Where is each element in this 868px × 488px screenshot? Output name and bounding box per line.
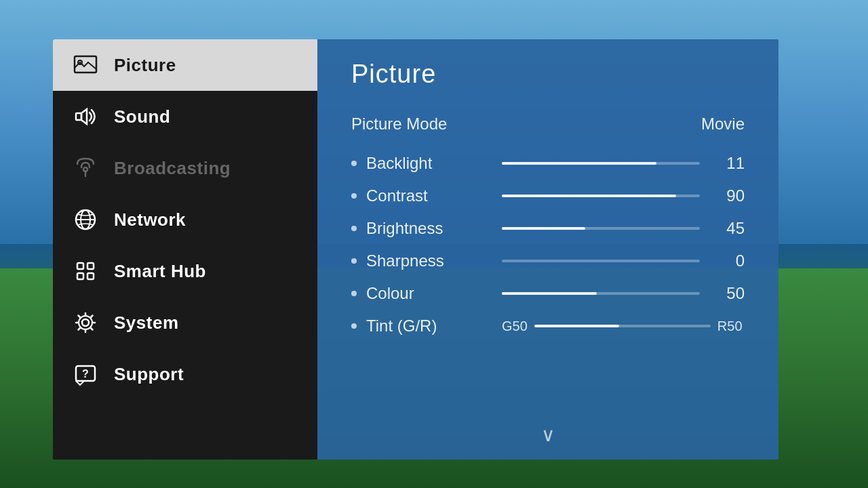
setting-name-tint: Tint (G/R): [366, 317, 502, 336]
brightness-value: 45: [711, 219, 745, 238]
backlight-fill: [502, 162, 656, 165]
sidebar-picture-label: Picture: [114, 55, 176, 76]
setting-dot: [351, 161, 357, 166]
colour-fill: [502, 292, 597, 295]
setting-name-colour: Colour: [366, 284, 502, 303]
network-icon: [72, 206, 99, 233]
system-icon: [72, 309, 99, 336]
setting-dot: [351, 258, 357, 264]
sidebar: Picture Sound: [53, 39, 317, 460]
setting-dot: [351, 323, 357, 329]
sidebar-broadcasting-label: Broadcasting: [114, 158, 231, 179]
sidebar-item-support[interactable]: ? Support: [53, 348, 317, 400]
sidebar-system-label: System: [114, 312, 179, 333]
picture-mode-value: Movie: [701, 115, 745, 134]
colour-slider-area: 50: [502, 284, 745, 303]
setting-dot: [351, 226, 357, 231]
svg-point-12: [79, 316, 92, 329]
contrast-value: 90: [711, 186, 745, 205]
sound-icon: [72, 103, 99, 130]
svg-point-3: [83, 167, 87, 171]
backlight-slider-area: 11: [502, 154, 745, 173]
ui-container: Picture Sound: [53, 39, 778, 460]
sidebar-network-label: Network: [114, 209, 186, 230]
sidebar-item-broadcasting[interactable]: Broadcasting: [53, 142, 317, 194]
svg-point-11: [82, 319, 89, 326]
colour-track[interactable]: [502, 292, 700, 295]
support-icon: ?: [72, 361, 99, 388]
brightness-fill: [502, 227, 585, 230]
svg-text:?: ?: [82, 368, 89, 380]
page-title: Picture: [351, 60, 745, 89]
setting-row-contrast[interactable]: Contrast 90: [351, 180, 745, 212]
setting-name-backlight: Backlight: [366, 154, 502, 173]
sidebar-item-sound[interactable]: Sound: [53, 91, 317, 142]
setting-dot: [351, 193, 357, 199]
broadcasting-icon: [72, 155, 99, 182]
sidebar-item-system[interactable]: System: [53, 297, 317, 348]
backlight-value: 11: [711, 154, 745, 173]
setting-row-tint[interactable]: Tint (G/R) G50 R50: [351, 310, 745, 342]
sharpness-slider-area: 0: [502, 251, 745, 270]
setting-name-brightness: Brightness: [366, 219, 502, 238]
tint-fill: [534, 325, 619, 327]
picture-mode-row[interactable]: Picture Mode Movie: [351, 108, 745, 147]
scroll-down-indicator[interactable]: ∨: [541, 424, 555, 446]
setting-row-brightness[interactable]: Brightness 45: [351, 212, 745, 245]
sidebar-item-picture[interactable]: Picture: [53, 39, 317, 91]
settings-list: Picture Mode Movie Backlight 11 Contrast: [351, 108, 745, 342]
contrast-slider-area: 90: [502, 186, 745, 205]
svg-rect-10: [87, 273, 94, 279]
sharpness-value: 0: [711, 251, 745, 270]
picture-mode-label: Picture Mode: [351, 115, 447, 134]
tint-track[interactable]: [534, 325, 711, 327]
picture-icon: [72, 52, 99, 79]
backlight-track[interactable]: [502, 162, 700, 165]
sidebar-item-smarthub[interactable]: Smart Hub: [53, 245, 317, 297]
tint-slider-area: G50 R50: [502, 319, 745, 334]
colour-value: 50: [711, 284, 745, 303]
svg-rect-8: [87, 263, 94, 269]
sharpness-track[interactable]: [502, 260, 700, 262]
main-content: Picture Picture Mode Movie Backlight 11: [317, 39, 778, 460]
setting-row-backlight[interactable]: Backlight 11: [351, 147, 745, 180]
svg-rect-9: [77, 273, 83, 279]
contrast-track[interactable]: [502, 195, 700, 197]
tint-r-label: R50: [717, 319, 743, 334]
setting-row-sharpness[interactable]: Sharpness 0: [351, 245, 745, 277]
setting-name-sharpness: Sharpness: [366, 251, 502, 270]
sidebar-item-network[interactable]: Network: [53, 194, 317, 245]
setting-name-contrast: Contrast: [366, 186, 502, 205]
sidebar-smarthub-label: Smart Hub: [114, 261, 206, 282]
contrast-fill: [502, 195, 676, 197]
smarthub-icon: [72, 258, 99, 285]
setting-row-colour[interactable]: Colour 50: [351, 277, 745, 310]
setting-dot: [351, 291, 357, 296]
svg-rect-7: [77, 263, 83, 269]
tint-g-label: G50: [502, 319, 528, 334]
sidebar-sound-label: Sound: [114, 106, 170, 127]
sidebar-support-label: Support: [114, 364, 184, 385]
brightness-slider-area: 45: [502, 219, 745, 238]
brightness-track[interactable]: [502, 227, 700, 230]
